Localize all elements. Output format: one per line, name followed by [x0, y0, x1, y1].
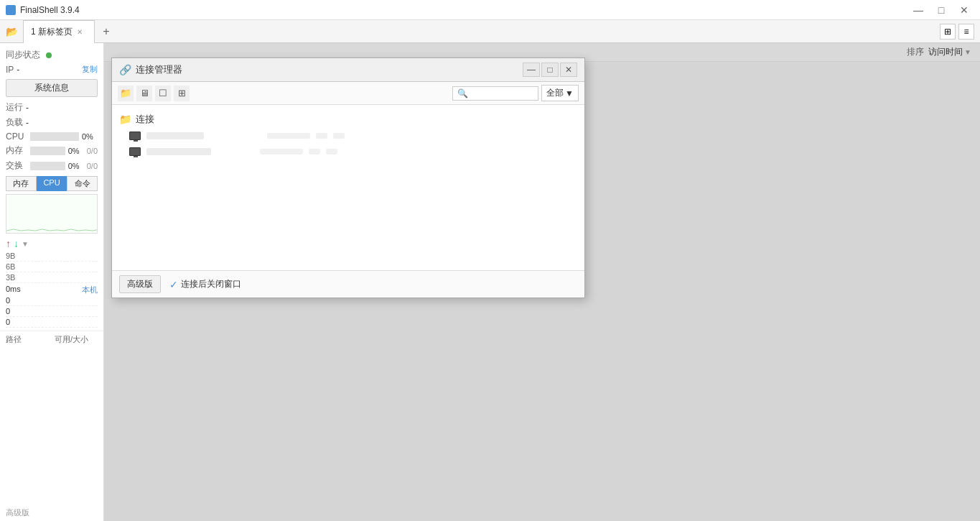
ip-row: IP - 复制 [0, 63, 103, 76]
cpu-label: CPU [6, 132, 27, 142]
modal-controls: — □ ✕ [523, 63, 577, 77]
maximize-button[interactable]: □ [931, 0, 951, 20]
main-layout: 同步状态 IP - 复制 系统信息 运行 - 负载 - CPU 0% 内存 [0, 43, 980, 521]
conn-detail-1b [316, 133, 327, 139]
modal-title-bar: 🔗 连接管理器 — □ ✕ [112, 58, 584, 82]
swap-bar-container [30, 162, 65, 170]
close-after-connect-checkbox[interactable]: ✓ 连接后关闭窗口 [169, 278, 241, 290]
run-row: 运行 - [0, 100, 103, 115]
grid-view-btn[interactable]: ⊞ [940, 24, 956, 40]
filter-arrow-icon: ▼ [565, 88, 574, 98]
toolbar-connect-btn[interactable]: 🖥 [136, 86, 152, 101]
cpu-chart [6, 194, 98, 234]
conn-name-1-blurred [146, 132, 204, 139]
conn-icon-2 [129, 146, 141, 157]
count-1: 0 [6, 296, 10, 305]
net-val-2: 6B [6, 262, 15, 271]
search-box: 🔍 [452, 86, 538, 101]
connection-row-1[interactable] [112, 128, 584, 144]
content-area: 排序 访问时间 ▼ 🔗 连接管理器 [104, 43, 980, 521]
search-icon: 🔍 [457, 88, 468, 98]
list-view-btn[interactable]: ≡ [958, 24, 974, 40]
advanced-button[interactable]: 高级版 [119, 275, 161, 293]
upload-arrow-icon: ↑ [6, 238, 11, 249]
conn-screen-1 [129, 132, 141, 140]
load-label: 负载 [6, 116, 23, 129]
disk-size-label: 可用/大小 [55, 334, 98, 345]
network-section: ↑ ↓ ▼ 9B 6B 3B 0ms 本机 0 0 [0, 235, 103, 331]
tab-new[interactable]: 1 新标签页 ✕ [23, 20, 95, 43]
sync-dot [46, 52, 52, 58]
toolbar-copy-btn[interactable]: ⊞ [174, 86, 190, 101]
mem-label: 内存 [6, 144, 27, 157]
network-toggle-icon[interactable]: ▼ [22, 240, 29, 248]
tab-label: 1 新标签页 [31, 26, 73, 38]
ping-value: 0ms [6, 285, 21, 295]
net-val-1: 9B [6, 252, 15, 260]
modal-minimize-btn[interactable]: — [523, 63, 540, 77]
conn-detail-2b [309, 149, 320, 155]
disk-header: 路径 可用/大小 [6, 334, 98, 345]
net-count-2: 0 [6, 306, 98, 317]
cpu-bar-container [30, 132, 79, 141]
modal-toolbar: 📁 🖥 ☐ ⊞ 🔍 全部 ▼ [112, 82, 584, 105]
view-controls: ⊞ ≡ [940, 24, 974, 40]
modal-footer: 高级版 ✓ 连接后关闭窗口 [112, 270, 584, 298]
window-controls: — □ ✕ [908, 0, 974, 20]
modal-title-text: 连接管理器 [136, 63, 182, 76]
minimize-button[interactable]: — [908, 0, 928, 20]
connection-manager-modal: 🔗 连接管理器 — □ ✕ 📁 🖥 ☐ ⊞ 🔍 [111, 57, 585, 298]
copy-button[interactable]: 复制 [82, 64, 98, 75]
count-3: 0 [6, 318, 10, 326]
network-arrows: ↑ ↓ ▼ [6, 238, 98, 249]
folder-label: 连接 [136, 113, 154, 126]
tab-add-button[interactable]: + [98, 23, 115, 40]
filter-dropdown[interactable]: 全部 ▼ [541, 85, 579, 101]
search-input[interactable] [471, 88, 528, 98]
swap-label: 交换 [6, 160, 27, 172]
sync-label: 同步状态 [6, 49, 40, 61]
cpu-value: 0% [82, 132, 98, 141]
close-button[interactable]: ✕ [954, 0, 974, 20]
net-row-3: 3B [6, 272, 98, 283]
net-val-3: 3B [6, 273, 15, 282]
app-title: FinalShell 3.9.4 [20, 5, 80, 15]
mem-metric: 内存 0% 0/0 [0, 143, 103, 158]
mem-tab[interactable]: 内存 [6, 176, 37, 191]
net-count-1: 0 [6, 295, 98, 306]
run-label: 运行 [6, 101, 23, 114]
checkmark-icon: ✓ [169, 279, 178, 290]
net-row-1: 9B [6, 251, 98, 262]
tab-close-icon[interactable]: ✕ [77, 28, 83, 36]
folder-row[interactable]: 📁 连接 [112, 111, 584, 128]
conn-detail-1a [267, 133, 310, 139]
modal-title-icon: 🔗 [119, 64, 131, 75]
toolbar-folder-btn[interactable]: 📁 [118, 86, 134, 101]
load-value: - [26, 118, 29, 128]
ip-value: - [17, 65, 19, 75]
sys-info-button[interactable]: 系统信息 [6, 79, 98, 97]
net-ping-row: 0ms 本机 [6, 285, 98, 295]
modal-close-btn[interactable]: ✕ [560, 63, 577, 77]
toolbar-rename-btn[interactable]: ☐ [155, 86, 171, 101]
cpu-tab[interactable]: CPU [37, 176, 67, 191]
count-2: 0 [6, 307, 10, 315]
machine-label[interactable]: 本机 [82, 285, 98, 295]
sync-status-row: 同步状态 [0, 47, 103, 63]
mem-extra: 0/0 [87, 147, 98, 155]
metric-tabs: 内存 CPU 命令 [6, 176, 98, 191]
folder-icon: 📁 [119, 114, 131, 125]
close-after-label: 连接后关闭窗口 [181, 278, 241, 290]
disk-path-label: 路径 [6, 334, 49, 345]
conn-detail-2a [260, 149, 303, 155]
connection-row-2[interactable] [112, 144, 584, 160]
folder-icon-btn[interactable]: 📂 [3, 23, 20, 40]
modal-maximize-btn[interactable]: □ [541, 63, 559, 77]
swap-metric: 交换 0% 0/0 [0, 158, 103, 173]
cmd-tab[interactable]: 命令 [67, 176, 98, 191]
conn-icon-1 [129, 130, 141, 142]
net-count-3: 0 [6, 317, 98, 328]
filter-label: 全部 [546, 87, 564, 99]
cpu-metric: CPU 0% [0, 130, 103, 143]
conn-screen-2 [129, 147, 141, 156]
